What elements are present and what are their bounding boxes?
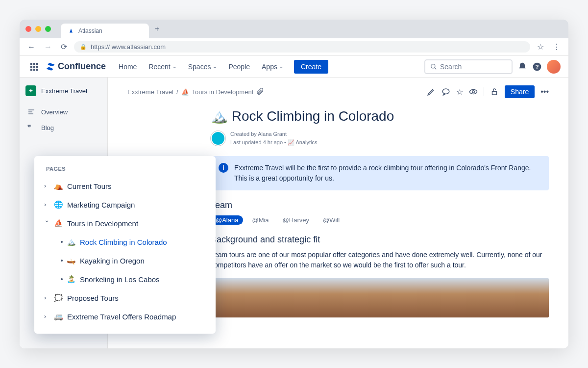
star-icon[interactable]: ☆ — [456, 87, 463, 97]
main-area: ✦ Exxtreme Travel Overview ❞ Blog Exxtre… — [20, 78, 568, 348]
chevron-down-icon: ⌄ — [213, 64, 217, 69]
reload-button[interactable]: ⟳ — [59, 40, 69, 53]
attachment-icon[interactable] — [256, 88, 264, 96]
info-panel: i Exxtreme Travel will be the first to p… — [211, 156, 549, 190]
tree-item-snorkeling[interactable]: 🏝️Snorkeling in Los Cabos — [34, 270, 216, 289]
more-actions-icon[interactable]: ••• — [540, 87, 549, 96]
notifications-icon[interactable] — [517, 62, 527, 72]
edit-icon[interactable] — [427, 87, 436, 96]
back-button[interactable]: ← — [25, 41, 37, 53]
breadcrumb-parent[interactable]: Tours in Development — [192, 88, 254, 96]
tree-item-rock-climbing[interactable]: 🏔️Rock Climbing in Colorado — [34, 233, 216, 251]
tree-item-roadmap[interactable]: ›🚐Exxtreme Travel Offers Roadmap — [34, 307, 216, 326]
tree-item-proposed[interactable]: ›🗯️Proposed Tours — [34, 289, 216, 307]
nav-home[interactable]: Home — [114, 60, 142, 74]
window-controls — [25, 26, 51, 32]
svg-point-9 — [472, 91, 475, 93]
byline-text: Created by Alana Grant Last updated 4 hr… — [230, 130, 317, 146]
tree-item-marketing[interactable]: ›🌐Marketing Campaign — [34, 195, 216, 214]
last-updated: Last updated 4 hr ago — [230, 139, 283, 145]
atlassian-favicon — [68, 27, 74, 34]
chevron-down-icon: › — [44, 220, 50, 226]
product-logo[interactable]: Confluence — [45, 61, 106, 72]
svg-line-1 — [435, 67, 437, 69]
app-header: Confluence Home Recent ⌄ Spaces ⌄ People… — [20, 56, 568, 78]
space-name: Exxtreme Travel — [41, 87, 87, 95]
search-input[interactable]: Search — [424, 59, 513, 74]
bullet-icon — [61, 278, 63, 280]
sidebar-overview-label: Overview — [41, 108, 68, 116]
close-window-button[interactable] — [25, 26, 31, 32]
url-text: https:// www.atlassian.com — [91, 43, 166, 51]
chevron-right-icon: › — [44, 201, 50, 208]
tree-item-kayaking[interactable]: 🛶Kayaking in Oregon — [34, 251, 216, 270]
create-button[interactable]: Create — [294, 60, 328, 74]
created-by: Created by Alana Grant — [230, 130, 317, 138]
mention-harvey[interactable]: @Harvey — [278, 215, 314, 225]
primary-nav: Home Recent ⌄ Spaces ⌄ People Apps ⌄ — [114, 60, 288, 74]
share-button[interactable]: Share — [505, 85, 535, 98]
new-tab-button[interactable]: + — [155, 25, 159, 33]
nav-spaces[interactable]: Spaces ⌄ — [183, 60, 222, 74]
chevron-right-icon: › — [44, 183, 50, 189]
mention-will[interactable]: @Will — [318, 215, 344, 225]
nav-recent[interactable]: Recent ⌄ — [144, 60, 181, 74]
space-icon: ✦ — [25, 85, 36, 96]
breadcrumb-space[interactable]: Exxtreme Travel — [127, 88, 173, 96]
sidebar-overview[interactable]: Overview — [25, 105, 101, 119]
search-placeholder: Search — [440, 63, 462, 71]
nav-people[interactable]: People — [223, 60, 255, 74]
browser-tab-bar: Atlassian + — [20, 20, 568, 38]
background-text: Team tours are one of our most popular o… — [211, 250, 549, 270]
team-heading: Team — [211, 200, 549, 210]
minimize-window-button[interactable] — [35, 26, 41, 32]
forward-button[interactable]: → — [42, 41, 54, 53]
analytics-link[interactable]: Analytics — [295, 139, 317, 145]
browser-tab[interactable]: Atlassian — [61, 24, 149, 38]
maximize-window-button[interactable] — [45, 26, 51, 32]
chevron-down-icon: ⌄ — [279, 64, 283, 69]
info-panel-text: Exxtreme Travel will be the first to pro… — [234, 163, 541, 184]
confluence-icon — [45, 61, 56, 72]
browser-window: Atlassian + ← → ⟳ 🔒 https:// www.atlassi… — [20, 20, 568, 348]
background-heading: Background and strategic fit — [211, 235, 549, 245]
mention-mia[interactable]: @Mia — [247, 215, 273, 225]
help-icon[interactable]: ? — [532, 62, 542, 72]
product-name: Confluence — [58, 61, 106, 72]
pages-heading: PAGES — [34, 164, 216, 177]
author-avatar[interactable] — [211, 131, 225, 146]
page-title: 🏔️ Rock Climbing in Colorado — [211, 108, 549, 124]
chevron-right-icon: › — [44, 313, 50, 320]
tree-item-current-tours[interactable]: ›⛺Current Tours — [34, 177, 216, 195]
svg-point-8 — [469, 90, 477, 94]
tree-item-tours-dev[interactable]: ›⛵Tours in Development — [34, 214, 216, 233]
bullet-icon — [61, 241, 63, 243]
watch-icon[interactable] — [469, 87, 478, 96]
chevron-down-icon: ⌄ — [172, 64, 176, 69]
chevron-right-icon: › — [44, 294, 50, 301]
search-icon — [430, 63, 437, 70]
mentions-row: @Alana @Mia @Harvey @Will — [211, 215, 549, 225]
browser-menu-icon[interactable]: ⋮ — [551, 40, 563, 53]
profile-avatar[interactable] — [547, 60, 561, 74]
page-title-icon: 🏔️ — [211, 108, 228, 124]
svg-point-7 — [442, 89, 449, 94]
pages-tree-panel: PAGES ›⛺Current Tours ›🌐Marketing Campai… — [34, 156, 216, 334]
comment-icon[interactable] — [441, 87, 450, 96]
app-switcher-icon[interactable] — [27, 60, 41, 74]
restrictions-icon[interactable] — [490, 87, 499, 96]
nav-apps[interactable]: Apps ⌄ — [257, 60, 288, 74]
page-title-text: Rock Climbing in Colorado — [232, 108, 394, 124]
page-byline: Created by Alana Grant Last updated 4 hr… — [211, 130, 549, 146]
address-bar[interactable]: 🔒 https:// www.atlassian.com — [74, 41, 530, 53]
space-header[interactable]: ✦ Exxtreme Travel — [25, 85, 101, 96]
browser-toolbar: ← → ⟳ 🔒 https:// www.atlassian.com ☆ ⋮ — [20, 38, 568, 56]
sidebar-blog[interactable]: ❞ Blog — [25, 121, 101, 134]
blog-icon: ❞ — [27, 124, 35, 131]
breadcrumb-parent-icon: ⛵ — [181, 88, 189, 96]
bookmark-icon[interactable]: ☆ — [535, 40, 546, 53]
bullet-icon — [61, 260, 63, 262]
overview-icon — [27, 108, 35, 116]
tab-title: Atlassian — [78, 27, 102, 34]
svg-point-0 — [431, 64, 435, 68]
